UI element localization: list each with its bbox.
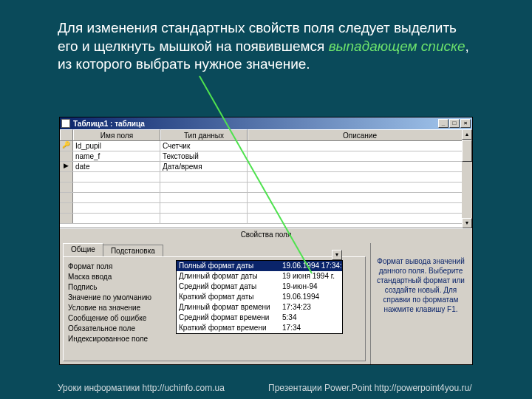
- dropdown-item[interactable]: Краткий формат даты19.06.1994: [177, 292, 342, 302]
- header-selector[interactable]: [60, 129, 73, 140]
- dropdown-example: 19-июн-94: [280, 282, 342, 292]
- scroll-up-button[interactable]: ▲: [462, 129, 472, 140]
- row-selector[interactable]: ▶: [60, 162, 73, 171]
- minimize-button[interactable]: _: [438, 119, 449, 128]
- property-label: Сообщение об ошибке: [66, 313, 177, 324]
- dropdown-label: Длинный формат времени: [177, 302, 280, 313]
- dropdown-item[interactable]: Средний формат времени5:34: [177, 313, 342, 323]
- dropdown-example: 17:34:23: [280, 302, 342, 313]
- cell-fieldname[interactable]: date: [73, 162, 160, 171]
- cell-description[interactable]: [248, 151, 472, 161]
- hint-box: Формат вывода значений данного поля. Выб…: [370, 243, 469, 364]
- cell-fieldname[interactable]: Id_pupil: [73, 141, 160, 151]
- grid-body[interactable]: 🔑Id_pupilСчетчикname_fТекстовый▶dateДата…: [60, 141, 472, 228]
- dropdown-item[interactable]: Краткий формат времени17:34: [177, 323, 342, 333]
- access-window: Таблица1 : таблица _ □ × Имя поля Тип да…: [59, 117, 473, 365]
- titlebar[interactable]: Таблица1 : таблица _ □ ×: [60, 117, 472, 129]
- cell-description[interactable]: [248, 172, 472, 182]
- dropdown-example: 5:34: [280, 313, 342, 323]
- cell-description[interactable]: [248, 214, 472, 223]
- table-row[interactable]: [60, 214, 472, 224]
- slide-footer: Уроки информатики http://uchinfo.com.ua …: [58, 383, 479, 393]
- instruction-text: Для изменения стандартных свойств поля с…: [58, 19, 479, 74]
- grid-header: Имя поля Тип данных Описание: [60, 129, 472, 141]
- dropdown-example: 19.06.1994: [280, 292, 342, 302]
- cell-fieldname[interactable]: name_f: [73, 151, 160, 161]
- dropdown-example: 19.06.1994 17:34:: [280, 261, 342, 271]
- table-row[interactable]: [60, 172, 472, 183]
- dropdown-item[interactable]: Средний формат даты19-июн-94: [177, 282, 342, 292]
- header-datatype[interactable]: Тип данных: [160, 129, 248, 140]
- cell-fieldname[interactable]: [73, 214, 160, 223]
- footer-right: Презентации Power.Point http://powerpoin…: [268, 383, 479, 393]
- property-label: Обязательное поле: [66, 324, 177, 334]
- properties-area: Общие Подстановка ▼ Полный формат даты19…: [60, 240, 472, 364]
- cell-fieldname[interactable]: [73, 203, 160, 213]
- row-selector[interactable]: [60, 172, 73, 182]
- dropdown-item[interactable]: Полный формат даты19.06.1994 17:34:: [177, 261, 342, 271]
- property-label: Условие на значение: [66, 303, 177, 313]
- scroll-thumb[interactable]: [462, 140, 472, 162]
- table-row[interactable]: 🔑Id_pupilСчетчик: [60, 141, 472, 151]
- cell-datatype[interactable]: [160, 203, 248, 213]
- table-row[interactable]: name_fТекстовый: [60, 151, 472, 162]
- cell-description[interactable]: [248, 162, 472, 171]
- row-selector[interactable]: [60, 203, 73, 213]
- property-row[interactable]: Индексированное поле: [66, 334, 362, 344]
- tab-general[interactable]: Общие: [63, 243, 103, 256]
- dropdown-label: Средний формат времени: [177, 313, 280, 323]
- cell-datatype[interactable]: [160, 214, 248, 223]
- table-row[interactable]: ▶dateДата/время: [60, 162, 472, 172]
- cell-description[interactable]: [248, 193, 472, 202]
- vertical-scrollbar[interactable]: ▲ ▼: [462, 129, 472, 228]
- instruction-emphasis: выпадающем списке: [329, 38, 466, 54]
- dropdown-item[interactable]: Длинный формат даты19 июня 1994 г.: [177, 271, 342, 282]
- row-selector[interactable]: [60, 214, 73, 223]
- dropdown-label: Краткий формат времени: [177, 323, 280, 333]
- header-fieldname[interactable]: Имя поля: [73, 129, 160, 140]
- cell-fieldname[interactable]: [73, 172, 160, 182]
- table-icon: [61, 119, 70, 128]
- tab-panel-general: ▼ Полный формат даты19.06.1994 17:34:Дли…: [63, 256, 366, 361]
- cell-datatype[interactable]: Дата/время: [160, 162, 248, 171]
- row-selector[interactable]: [60, 193, 73, 202]
- property-label: Маска ввода: [66, 272, 177, 282]
- property-label: Подпись: [66, 282, 177, 293]
- row-selector[interactable]: [60, 151, 73, 161]
- row-selector[interactable]: [60, 183, 73, 192]
- properties-caption: Свойства поля: [60, 228, 472, 240]
- cell-description[interactable]: [248, 141, 472, 151]
- dropdown-label: Средний формат даты: [177, 282, 280, 292]
- dropdown-label: Длинный формат даты: [177, 271, 280, 282]
- dropdown-item[interactable]: Длинный формат времени17:34:23: [177, 302, 342, 313]
- cell-fieldname[interactable]: [73, 193, 160, 202]
- property-label: Значение по умолчанию: [66, 293, 177, 303]
- cell-datatype[interactable]: [160, 183, 248, 192]
- dropdown-arrow-icon[interactable]: ▼: [332, 250, 342, 260]
- row-selector[interactable]: 🔑: [60, 141, 73, 151]
- cell-description[interactable]: [248, 183, 472, 192]
- tab-lookup[interactable]: Подстановка: [103, 245, 163, 256]
- property-value[interactable]: [177, 334, 362, 344]
- cell-datatype[interactable]: [160, 172, 248, 182]
- table-row[interactable]: [60, 193, 472, 203]
- cell-description[interactable]: [248, 203, 472, 213]
- window-title: Таблица1 : таблица: [73, 120, 145, 128]
- format-dropdown[interactable]: ▼ Полный формат даты19.06.1994 17:34:Дли…: [176, 260, 343, 334]
- properties-left: Общие Подстановка ▼ Полный формат даты19…: [63, 243, 366, 364]
- cell-datatype[interactable]: Счетчик: [160, 141, 248, 151]
- maximize-button[interactable]: □: [449, 119, 460, 128]
- scroll-down-button[interactable]: ▼: [462, 218, 472, 228]
- close-button[interactable]: ×: [460, 119, 471, 128]
- property-label: Формат поля: [66, 262, 177, 272]
- table-row[interactable]: [60, 203, 472, 214]
- table-row[interactable]: [60, 183, 472, 193]
- property-tabs: Общие Подстановка: [63, 243, 366, 256]
- header-description[interactable]: Описание: [248, 129, 472, 140]
- dropdown-example: 17:34: [280, 323, 342, 333]
- cell-fieldname[interactable]: [73, 183, 160, 192]
- property-label: Индексированное поле: [66, 334, 177, 344]
- cell-datatype[interactable]: [160, 193, 248, 202]
- dropdown-label: Краткий формат даты: [177, 292, 280, 302]
- cell-datatype[interactable]: Текстовый: [160, 151, 248, 161]
